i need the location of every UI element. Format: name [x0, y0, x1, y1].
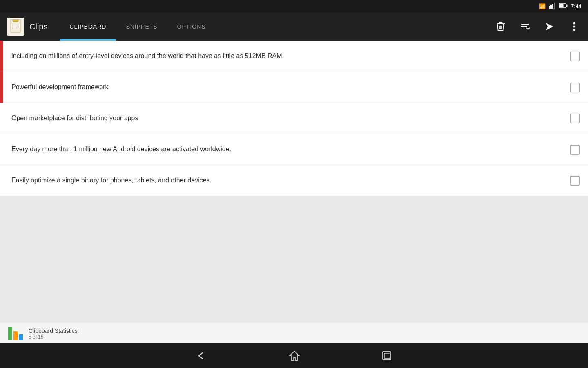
- stats-count: 5 of 15: [29, 334, 79, 340]
- clip-text-3: Open marketplace for distributing your a…: [3, 107, 570, 129]
- stats-chart: [8, 327, 23, 340]
- app-logo: [7, 18, 24, 36]
- send-button[interactable]: [542, 19, 557, 34]
- chart-bar-blue: [19, 334, 23, 340]
- stats-text: Clipboard Statistics: 5 of 15: [29, 328, 79, 340]
- clip-checkbox-4[interactable]: [570, 145, 580, 155]
- clip-checkbox-3[interactable]: [570, 114, 580, 123]
- nav-bar: [0, 343, 588, 368]
- svg-rect-3: [554, 3, 555, 9]
- clip-marker-1: [0, 41, 3, 72]
- clip-checkbox-5[interactable]: [570, 176, 580, 186]
- clip-item-4: Every day more than 1 million new Androi…: [0, 134, 588, 165]
- clip-text-4: Every day more than 1 million new Androi…: [3, 138, 570, 160]
- svg-marker-23: [290, 351, 299, 360]
- svg-rect-5: [559, 4, 564, 7]
- tab-clipboard[interactable]: CLIPBOARD: [60, 12, 116, 41]
- tab-options[interactable]: OPTIONS: [167, 12, 216, 41]
- svg-marker-19: [546, 23, 553, 30]
- svg-point-21: [573, 26, 575, 28]
- svg-rect-8: [13, 19, 18, 22]
- battery-icon: [559, 3, 568, 9]
- clip-text-2: Powerful development framework: [3, 76, 570, 98]
- svg-rect-25: [384, 353, 390, 358]
- svg-rect-1: [550, 5, 552, 9]
- tabs: CLIPBOARD SNIPPETS OPTIONS: [60, 12, 493, 41]
- svg-rect-0: [549, 6, 550, 9]
- svg-point-22: [573, 29, 575, 31]
- clip-item-3: Open marketplace for distributing your a…: [0, 103, 588, 134]
- app-bar: Clips CLIPBOARD SNIPPETS OPTIONS: [0, 12, 588, 41]
- clip-checkbox-2[interactable]: [570, 83, 580, 92]
- clip-item-2: Powerful development framework: [0, 72, 588, 103]
- clip-marker-3: [0, 103, 3, 134]
- home-button[interactable]: [289, 350, 300, 361]
- clip-item-5: Easily optimize a single binary for phon…: [0, 165, 588, 196]
- chart-bar-green: [8, 327, 12, 340]
- status-bar: 📶 7:44: [0, 0, 588, 12]
- clip-marker-2: [0, 72, 3, 103]
- svg-rect-24: [383, 352, 391, 360]
- tab-snippets[interactable]: SNIPPETS: [116, 12, 167, 41]
- clip-text-1: including on millions of entry-level dev…: [3, 45, 570, 67]
- signal-icon: [549, 3, 555, 10]
- content: including on millions of entry-level dev…: [0, 41, 588, 343]
- clip-item-1: including on millions of entry-level dev…: [0, 41, 588, 72]
- svg-rect-2: [552, 4, 553, 9]
- back-button[interactable]: [196, 351, 207, 361]
- recents-button[interactable]: [382, 351, 392, 361]
- delete-button[interactable]: [493, 19, 508, 34]
- clip-marker-5: [0, 165, 3, 196]
- status-time: 7:44: [571, 3, 581, 9]
- app-title: Clips: [29, 22, 47, 31]
- stats-label: Clipboard Statistics:: [29, 328, 79, 334]
- stats-bar: Clipboard Statistics: 5 of 15: [0, 323, 588, 343]
- more-button[interactable]: [567, 19, 581, 34]
- chart-bar-orange: [13, 331, 18, 340]
- wifi-icon: 📶: [539, 3, 546, 9]
- sort-button[interactable]: [518, 19, 532, 34]
- clip-checkbox-1[interactable]: [570, 52, 580, 61]
- toolbar-actions: [493, 19, 581, 34]
- clip-marker-4: [0, 134, 3, 165]
- svg-point-20: [573, 22, 575, 25]
- clip-text-5: Easily optimize a single binary for phon…: [3, 169, 570, 191]
- svg-rect-6: [566, 4, 567, 7]
